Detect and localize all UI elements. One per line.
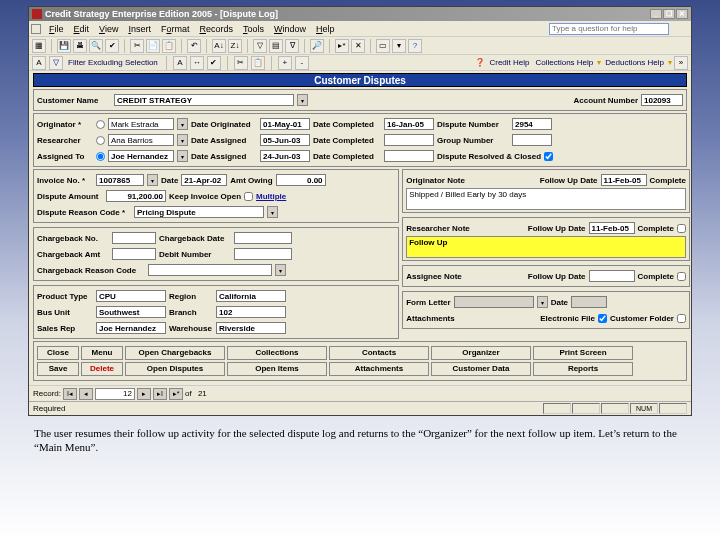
- toggle-filter-icon[interactable]: ∇: [285, 39, 299, 53]
- spell2-icon[interactable]: ✔: [207, 56, 221, 70]
- nav-prev-icon[interactable]: ◂: [79, 388, 93, 400]
- fl-date-input[interactable]: [571, 296, 607, 308]
- ptype-input[interactable]: [96, 290, 166, 302]
- res-fud-input[interactable]: [589, 222, 635, 234]
- date-completed3-input[interactable]: [384, 150, 434, 162]
- dispute-reason-dropdown[interactable]: ▾: [267, 206, 278, 218]
- save-button[interactable]: Save: [37, 362, 79, 376]
- credit-help-link[interactable]: Credit Help: [487, 58, 531, 67]
- nav-first-icon[interactable]: I◂: [63, 388, 77, 400]
- menu-tools[interactable]: Tools: [238, 24, 269, 34]
- cb-reason-dropdown[interactable]: ▾: [275, 264, 286, 276]
- preview-icon[interactable]: 🔍: [89, 39, 103, 53]
- open-disputes-button[interactable]: Open Disputes: [125, 362, 225, 376]
- date-completed2-input[interactable]: [384, 134, 434, 146]
- date-originated-input[interactable]: [260, 118, 310, 130]
- originator-input[interactable]: [108, 118, 174, 130]
- res-note-text[interactable]: Follow Up: [406, 236, 686, 258]
- keep-open-checkbox[interactable]: [244, 192, 253, 201]
- print-screen-button[interactable]: Print Screen: [533, 346, 633, 360]
- maximize-button[interactable]: ❐: [663, 9, 675, 19]
- reports-button[interactable]: Reports: [533, 362, 633, 376]
- account-number-input[interactable]: [641, 94, 683, 106]
- record-current-input[interactable]: [95, 388, 135, 400]
- invoice-no-dropdown[interactable]: ▾: [147, 174, 158, 186]
- copy-icon[interactable]: 📄: [146, 39, 160, 53]
- menu-edit[interactable]: Edit: [69, 24, 95, 34]
- group-number-input[interactable]: [512, 134, 552, 146]
- db-window-icon[interactable]: ▭: [376, 39, 390, 53]
- form-letter-dropdown[interactable]: ▾: [537, 296, 548, 308]
- a-icon[interactable]: A: [173, 56, 187, 70]
- inv-date-input[interactable]: [181, 174, 227, 186]
- dispute-reason-input[interactable]: [134, 206, 264, 218]
- sort-asc-icon[interactable]: A↓: [212, 39, 226, 53]
- efile-checkbox[interactable]: [598, 314, 607, 323]
- cb-date-input[interactable]: [234, 232, 292, 244]
- form-letter-input[interactable]: [454, 296, 534, 308]
- orig-note-text[interactable]: Shipped / Billed Early by 30 days: [406, 188, 686, 210]
- date-assigned2-input[interactable]: [260, 150, 310, 162]
- d-icon[interactable]: -: [295, 56, 309, 70]
- orig-fud-input[interactable]: [601, 174, 647, 186]
- menu-format[interactable]: Format: [156, 24, 195, 34]
- cut2-icon[interactable]: ✂: [234, 56, 248, 70]
- assignedto-dropdown[interactable]: ▾: [177, 150, 188, 162]
- researcher-input[interactable]: [108, 134, 174, 146]
- more-icon[interactable]: »: [674, 56, 688, 70]
- save-icon[interactable]: 💾: [57, 39, 71, 53]
- assignedto-radio[interactable]: [96, 152, 105, 161]
- menu-insert[interactable]: Insert: [123, 24, 156, 34]
- delete-button[interactable]: Delete: [81, 362, 123, 376]
- menu-view[interactable]: View: [94, 24, 123, 34]
- region-input[interactable]: [216, 290, 286, 302]
- cut-icon[interactable]: ✂: [130, 39, 144, 53]
- debit-input[interactable]: [234, 248, 292, 260]
- cfolder-checkbox[interactable]: [677, 314, 686, 323]
- organizer-button[interactable]: Organizer: [431, 346, 531, 360]
- paste-icon[interactable]: 📋: [162, 39, 176, 53]
- find-icon[interactable]: 🔎: [310, 39, 324, 53]
- close-window-button[interactable]: ✕: [676, 9, 688, 19]
- status-checkbox[interactable]: [544, 152, 553, 161]
- researcher-radio[interactable]: [96, 136, 105, 145]
- assignedto-input[interactable]: [108, 150, 174, 162]
- asn-fud-input[interactable]: [589, 270, 635, 282]
- wh-input[interactable]: [216, 322, 286, 334]
- filter-sel-icon[interactable]: ▽: [253, 39, 267, 53]
- menu-file[interactable]: FFileile: [44, 24, 69, 34]
- menu-records[interactable]: Records: [194, 24, 238, 34]
- funnel-icon[interactable]: ▽: [49, 56, 63, 70]
- deductions-help-link[interactable]: Deductions Help: [603, 58, 666, 67]
- dispute-amount-input[interactable]: [106, 190, 166, 202]
- originator-dropdown[interactable]: ▾: [177, 118, 188, 130]
- bunit-input[interactable]: [96, 306, 166, 318]
- filter-excl-link[interactable]: Filter Excluding Selection: [66, 58, 160, 67]
- help-question-input[interactable]: [549, 23, 669, 35]
- contacts-button[interactable]: Contacts: [329, 346, 429, 360]
- view-icon[interactable]: ▦: [32, 39, 46, 53]
- object-icon[interactable]: ▾: [392, 39, 406, 53]
- print-icon[interactable]: 🖶: [73, 39, 87, 53]
- originator-radio[interactable]: [96, 120, 105, 129]
- customer-data-button[interactable]: Customer Data: [431, 362, 531, 376]
- b-icon[interactable]: ↔: [190, 56, 204, 70]
- researcher-dropdown[interactable]: ▾: [177, 134, 188, 146]
- sort-az-icon[interactable]: A: [32, 56, 46, 70]
- menu-help[interactable]: Help: [311, 24, 340, 34]
- branch-input[interactable]: [216, 306, 286, 318]
- invoice-no-input[interactable]: [96, 174, 144, 186]
- customer-name-dropdown[interactable]: ▾: [297, 94, 308, 106]
- open-items-button[interactable]: Open Items: [227, 362, 327, 376]
- minimize-button[interactable]: _: [650, 9, 662, 19]
- cb-amt-input[interactable]: [112, 248, 156, 260]
- menu-window[interactable]: Window: [269, 24, 311, 34]
- customer-name-input[interactable]: [114, 94, 294, 106]
- nav-next-icon[interactable]: ▸: [137, 388, 151, 400]
- undo-icon[interactable]: ↶: [187, 39, 201, 53]
- c-icon[interactable]: +: [278, 56, 292, 70]
- delete-record-icon[interactable]: ✕: [351, 39, 365, 53]
- open-chargebacks-button[interactable]: Open Chargebacks: [125, 346, 225, 360]
- cb-reason-input[interactable]: [148, 264, 272, 276]
- multiple-link[interactable]: Multiple: [256, 192, 286, 201]
